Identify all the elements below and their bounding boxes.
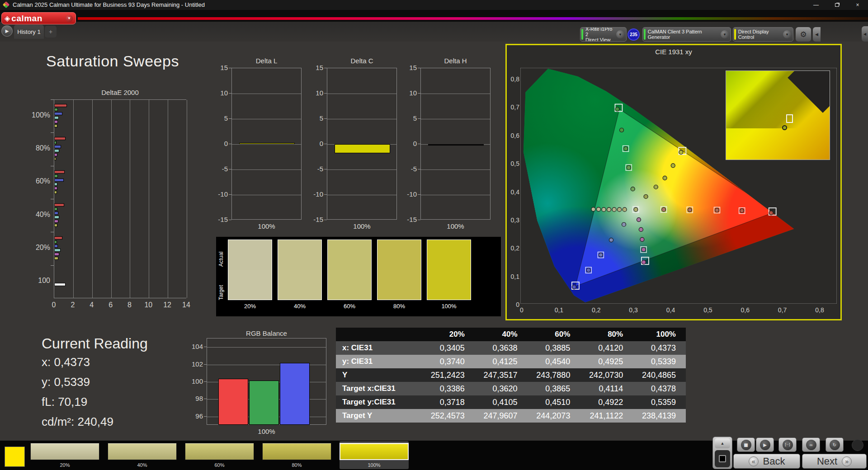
deltae-bar	[54, 183, 57, 186]
deltae-bar	[54, 216, 59, 219]
axis-tick	[229, 118, 231, 119]
repeat-icon: ↻	[830, 440, 840, 450]
collapse-toolbar-button[interactable]: ◀	[813, 27, 821, 42]
cell-value: 0,4373	[633, 343, 686, 353]
repeat-button[interactable]: ↻	[826, 437, 844, 452]
patch-swatch-button[interactable]: 60%	[185, 441, 254, 469]
delta_l-ytick: -5	[213, 165, 228, 173]
play-button[interactable]: ▶	[756, 437, 774, 452]
chevron-up-icon: ▲	[721, 441, 725, 446]
calman-menu-button[interactable]: ◈ calman ▼	[1, 12, 76, 24]
display-label: Direct Display Control	[738, 29, 783, 40]
maximize-button[interactable]	[826, 0, 847, 10]
saturation-swatch	[427, 240, 471, 300]
add-tab-button[interactable]: +	[45, 26, 57, 38]
table-row: Target x:CIE310,33860,36200,38650,41140,…	[336, 382, 686, 395]
step-button[interactable]: [··]	[778, 437, 797, 452]
saturation-swatch-label: 80%	[377, 303, 421, 310]
axis-tick	[229, 169, 231, 169]
measured-dot	[618, 207, 622, 212]
measured-dot	[642, 260, 646, 264]
delta_l-ytick: -15	[213, 216, 228, 223]
minimize-button[interactable]: —	[806, 0, 826, 10]
tab-history-1[interactable]: History 1	[14, 25, 44, 39]
next-button[interactable]: Next »	[802, 454, 867, 469]
meter-dropdown[interactable]: X-Rite i1Pro 2Direct View ▼	[580, 27, 627, 42]
saturation-swatch	[327, 240, 372, 300]
measured-dot	[620, 128, 624, 132]
page-title: Saturation Sweeps	[46, 52, 179, 70]
settings-button[interactable]: ⚙	[796, 27, 811, 42]
cie-xtick: 0,2	[589, 306, 604, 314]
deltae-bar	[54, 153, 57, 156]
target-row-label: Target	[218, 277, 225, 308]
cie-ytick: 0,8	[508, 75, 519, 83]
measured-dot	[640, 237, 644, 241]
gridline	[327, 169, 396, 170]
saturation-swatch-label: 40%	[278, 303, 322, 310]
measured-dot	[627, 165, 631, 169]
current-reading-title: Current Reading	[42, 335, 148, 352]
reading-cdm2: cd/m²: 240,49	[42, 415, 113, 429]
delta_h-ytick: -5	[402, 165, 417, 173]
cell-value: 0,4125	[475, 357, 528, 367]
cell-value: 244,2073	[528, 411, 580, 421]
step-icon: [··]	[783, 440, 793, 450]
edge-collapse-button[interactable]: ◀	[862, 26, 868, 42]
rgb-bar-green	[249, 381, 279, 425]
deltae-bar	[54, 112, 62, 115]
rgb-bar-blue	[280, 363, 310, 425]
chevron-left-icon: «	[749, 456, 759, 466]
display-control-dropdown[interactable]: Direct Display Control ▼	[733, 27, 793, 42]
axis-tick	[324, 93, 327, 94]
deltae-bar	[54, 244, 58, 248]
cie-xtick: 0,8	[812, 306, 827, 314]
patch-swatch	[262, 443, 331, 460]
layout-nav-button[interactable]: ▶	[1, 25, 13, 37]
cie-chart-title: CIE 1931 xy	[507, 48, 840, 56]
back-button[interactable]: « Back	[733, 454, 800, 469]
deltae-bar	[54, 141, 57, 144]
meter-count-badge[interactable]: 235	[627, 28, 640, 41]
deltae-bar	[54, 179, 64, 182]
stop-button[interactable]: ■	[737, 437, 755, 452]
patch-swatch-button[interactable]: 40%	[108, 441, 177, 469]
deltae-group-label: 80%	[21, 144, 50, 152]
delta_l-ytick: 10	[213, 89, 228, 97]
bottom-bar: 20%40%60%80%100% ▲ ■ ▶ [··] ∞ ↻ « Back N…	[0, 441, 868, 470]
patch-swatch-button[interactable]: 20%	[30, 441, 99, 469]
deltae-group-label: 60%	[21, 177, 50, 185]
delta_h-ytick: 10	[402, 89, 417, 97]
close-button[interactable]: ×	[847, 0, 868, 10]
reading-fl: fL: 70,19	[42, 395, 87, 409]
cell-value: 0,4378	[633, 384, 686, 394]
inset-target-square	[786, 114, 793, 123]
cie-ytick: 0,7	[508, 103, 519, 111]
table-column-header: 100%	[633, 330, 686, 339]
cell-value: 0,4922	[580, 398, 633, 407]
measured-dot	[740, 209, 744, 213]
meter-status-indicator	[581, 29, 583, 40]
measured-dot	[623, 207, 627, 212]
delta_c-ytick: 15	[309, 64, 323, 71]
delta_l-ytick: 0	[213, 140, 228, 147]
measured-dot	[662, 207, 666, 212]
play-icon: ▶	[5, 28, 9, 33]
pattern-generator-dropdown[interactable]: CalMAN Client 3 Pattern Generator ▼	[642, 27, 731, 42]
patch-swatch-button[interactable]: 80%	[262, 441, 331, 469]
measured-dot	[624, 146, 628, 150]
table-row: x: CIE310,34050,36380,38850,41200,4373	[336, 341, 686, 355]
delta_c-ytick: -10	[309, 190, 323, 198]
deltae-bar	[54, 187, 57, 190]
patch-swatch-button[interactable]: 100%	[340, 441, 409, 469]
pattern-window-button[interactable]	[715, 450, 730, 467]
axis-tick	[204, 381, 207, 382]
collapse-dock-button[interactable]: ▲	[715, 438, 730, 448]
cell-value: 0,3865	[528, 384, 580, 394]
measured-dot	[679, 150, 683, 154]
measured-dot	[586, 268, 590, 272]
axis-tick	[418, 194, 420, 195]
cell-value: 0,3885	[528, 343, 580, 353]
rgb-plot	[207, 338, 326, 425]
continuous-button[interactable]: ∞	[802, 437, 820, 452]
